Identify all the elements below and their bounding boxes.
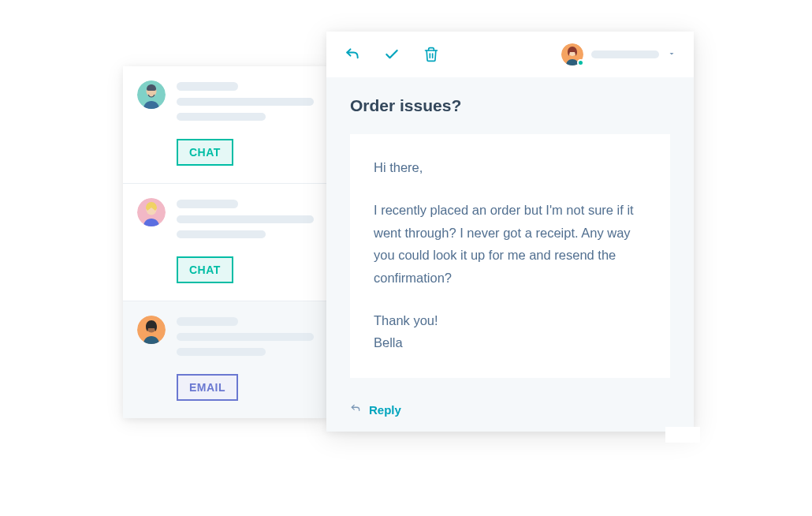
- conversation-item[interactable]: CHAT: [123, 66, 328, 184]
- message-content: Hi there, I recently placed an order but…: [350, 134, 670, 378]
- assignee-selector[interactable]: [561, 43, 676, 65]
- conversation-preview: [177, 198, 314, 245]
- avatar: [137, 80, 166, 109]
- conversation-item[interactable]: EMAIL: [123, 301, 328, 418]
- message-body: I recently placed an order but I'm not s…: [374, 199, 646, 289]
- reply-arrow-icon: [350, 403, 361, 417]
- decorative-square: [665, 427, 700, 443]
- reply-icon[interactable]: [344, 46, 361, 63]
- channel-badge-chat: CHAT: [177, 256, 233, 283]
- assignee-name-placeholder: [591, 50, 659, 58]
- channel-badge-email: EMAIL: [177, 374, 238, 401]
- checkmark-icon[interactable]: [383, 46, 400, 63]
- reply-button[interactable]: Reply: [326, 392, 694, 432]
- message-greeting: Hi there,: [374, 156, 646, 178]
- conversation-preview: [177, 316, 314, 363]
- message-closing: Thank you!: [374, 309, 646, 331]
- message-sender: Bella: [374, 331, 646, 353]
- conversation-item[interactable]: CHAT: [123, 184, 328, 301]
- trash-icon[interactable]: [423, 46, 440, 63]
- avatar: [137, 198, 166, 226]
- conversation-preview: [177, 80, 314, 128]
- message-subject: Order issues?: [350, 96, 670, 115]
- avatar: [137, 316, 166, 344]
- assignee-avatar: [561, 43, 583, 65]
- message-toolbar: [326, 32, 694, 77]
- chevron-down-icon: [667, 47, 676, 62]
- reply-label: Reply: [369, 403, 401, 417]
- message-panel: Order issues? Hi there, I recently place…: [326, 32, 694, 432]
- channel-badge-chat: CHAT: [177, 139, 233, 166]
- conversation-list: CHAT CHAT: [123, 66, 328, 418]
